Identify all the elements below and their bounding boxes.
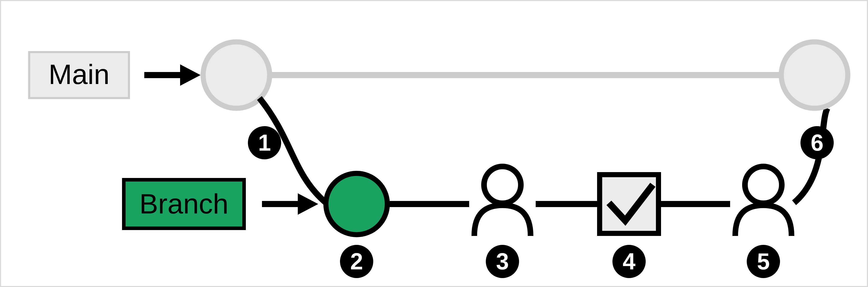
branch-commit-node bbox=[326, 173, 387, 235]
svg-text:5: 5 bbox=[757, 249, 770, 274]
step-badge-5: 5 bbox=[747, 245, 780, 278]
svg-text:4: 4 bbox=[623, 249, 636, 274]
svg-text:1: 1 bbox=[258, 130, 271, 155]
check-icon bbox=[600, 175, 658, 234]
branch-label-text: Branch bbox=[140, 188, 229, 219]
main-label-text: Main bbox=[49, 59, 110, 90]
main-label: Main bbox=[29, 52, 129, 98]
svg-text:3: 3 bbox=[496, 249, 509, 274]
branch-label: Branch bbox=[124, 180, 244, 228]
svg-point-6 bbox=[484, 167, 521, 203]
step-badge-6: 6 bbox=[801, 126, 834, 159]
svg-point-8 bbox=[745, 167, 782, 203]
svg-marker-2 bbox=[180, 64, 200, 86]
svg-text:6: 6 bbox=[811, 130, 824, 155]
branch-arrow bbox=[262, 193, 318, 215]
diagram-frame: Main Branch 1 bbox=[0, 0, 868, 287]
main-end-node bbox=[781, 42, 848, 108]
svg-text:2: 2 bbox=[350, 249, 363, 274]
git-flow-diagram: Main Branch 1 bbox=[1, 1, 868, 287]
step-badge-2: 2 bbox=[340, 245, 373, 278]
reviewer-icon-1 bbox=[474, 167, 531, 236]
step-badge-4: 4 bbox=[613, 245, 646, 278]
reviewer-icon-2 bbox=[735, 167, 792, 236]
main-arrow bbox=[144, 64, 200, 86]
step-badge-1: 1 bbox=[248, 126, 281, 159]
step-badge-3: 3 bbox=[486, 245, 519, 278]
